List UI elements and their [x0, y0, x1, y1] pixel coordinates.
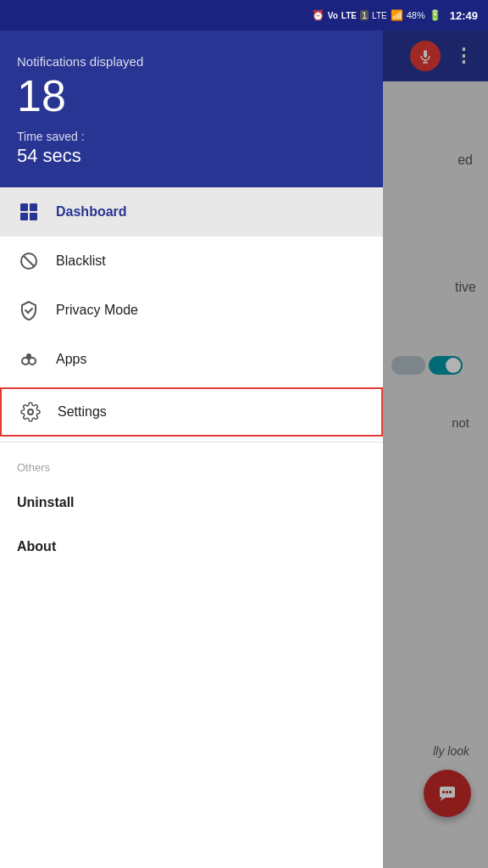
signal-icon: 📶: [391, 9, 403, 21]
svg-rect-11: [30, 213, 37, 220]
svg-point-16: [26, 353, 31, 359]
navigation-drawer: Notifications displayed 18 Time saved : …: [0, 31, 383, 868]
sim1-icon: 1: [360, 10, 369, 20]
apps-icon: [17, 348, 41, 371]
volte-icon: Vo: [328, 11, 338, 20]
sidebar-item-uninstall[interactable]: Uninstall: [0, 481, 383, 525]
privacy-icon: [17, 298, 41, 322]
drawer-header: Notifications displayed 18 Time saved : …: [0, 31, 383, 187]
others-section-label: Others: [0, 448, 383, 481]
svg-rect-8: [20, 203, 28, 211]
svg-point-14: [22, 358, 29, 364]
sidebar-item-dashboard[interactable]: Dashboard: [0, 187, 383, 236]
privacy-mode-label: Privacy Mode: [56, 303, 138, 318]
apps-label: Apps: [56, 352, 86, 367]
notifications-label: Notifications displayed: [17, 54, 366, 69]
dashboard-icon: [17, 200, 41, 224]
settings-icon: [19, 400, 42, 424]
battery-label: 48%: [407, 10, 425, 20]
time-saved-label: Time saved :: [17, 130, 366, 143]
status-bar: ⏰ Vo LTE 1 LTE 📶 48% 🔋 12:49: [0, 0, 488, 31]
svg-line-13: [24, 256, 35, 267]
alarm-icon: ⏰: [312, 9, 324, 21]
time-saved-value: 54 secs: [17, 145, 366, 167]
clock: 12:49: [450, 9, 478, 22]
blacklist-label: Blacklist: [56, 253, 106, 269]
svg-point-17: [28, 409, 33, 415]
notifications-count: 18: [17, 74, 366, 118]
sidebar-item-about[interactable]: About: [0, 525, 383, 569]
sidebar-item-blacklist[interactable]: Blacklist: [0, 236, 383, 286]
blacklist-icon: [17, 249, 41, 273]
lte2-icon: LTE: [372, 11, 387, 20]
drawer-nav-list: Dashboard Blacklist Privacy Mode: [0, 187, 383, 868]
about-label: About: [17, 539, 56, 554]
dashboard-label: Dashboard: [56, 204, 127, 220]
battery-icon: 🔋: [429, 9, 441, 21]
svg-rect-9: [30, 203, 37, 211]
uninstall-label: Uninstall: [17, 495, 75, 510]
sidebar-item-privacy-mode[interactable]: Privacy Mode: [0, 286, 383, 335]
svg-rect-10: [20, 213, 28, 220]
lte-icon: LTE: [341, 11, 357, 20]
drawer-divider: [0, 442, 383, 442]
settings-label: Settings: [58, 404, 107, 420]
sidebar-item-apps[interactable]: Apps: [0, 335, 383, 384]
svg-point-15: [29, 358, 36, 364]
sidebar-item-settings[interactable]: Settings: [0, 387, 383, 437]
status-icons: ⏰ Vo LTE 1 LTE 📶 48% 🔋: [312, 9, 441, 21]
